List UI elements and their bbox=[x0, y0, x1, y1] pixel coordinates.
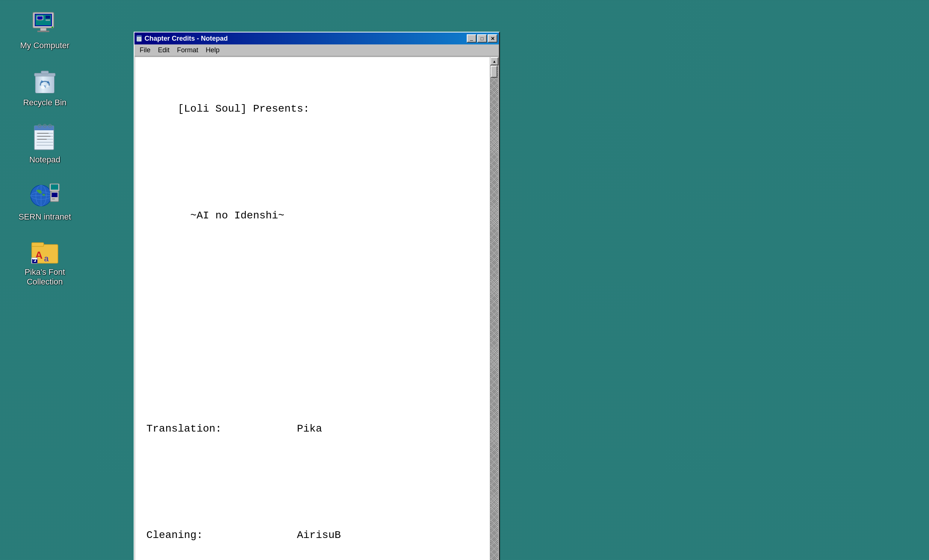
sern-intranet-icon-image bbox=[28, 180, 61, 210]
window-title-text: Chapter Credits - Notepad bbox=[144, 35, 228, 43]
menu-file[interactable]: File bbox=[136, 45, 154, 55]
text-line-9: Cleaning: AirisuB bbox=[146, 526, 479, 544]
recycle-bin-icon[interactable]: Recycle Bin bbox=[9, 63, 80, 110]
desktop-icons: My Computer bbox=[8, 8, 82, 290]
text-line-7: Translation: Pika bbox=[146, 420, 479, 438]
notepad-label: Notepad bbox=[29, 155, 60, 165]
pikas-font-label: Pika's Font Collection bbox=[25, 267, 65, 287]
svg-rect-3 bbox=[37, 31, 49, 32]
text-line-4 bbox=[146, 260, 479, 278]
text-line-5 bbox=[146, 313, 479, 331]
recycle-bin-icon-image bbox=[30, 66, 60, 96]
scroll-thumb[interactable] bbox=[491, 66, 497, 78]
scroll-track bbox=[490, 65, 498, 560]
svg-rect-12 bbox=[35, 75, 54, 93]
desktop: My Computer bbox=[0, 0, 929, 560]
svg-rect-8 bbox=[37, 17, 43, 20]
svg-point-10 bbox=[52, 26, 53, 28]
svg-rect-52 bbox=[136, 35, 141, 37]
svg-rect-7 bbox=[46, 20, 50, 21]
my-computer-label: My Computer bbox=[20, 41, 69, 50]
notepad-window: Chapter Credits - Notepad _ □ ✕ File Edi… bbox=[134, 32, 500, 560]
minimize-button[interactable]: _ bbox=[467, 34, 477, 43]
svg-rect-39 bbox=[52, 199, 55, 199]
svg-point-15 bbox=[41, 86, 45, 89]
svg-rect-41 bbox=[51, 184, 58, 190]
notepad-text-area[interactable]: [Loli Soul] Presents: ~AI no Idenshi~ Tr… bbox=[135, 57, 490, 560]
window-content-area: [Loli Soul] Presents: ~AI no Idenshi~ Tr… bbox=[135, 57, 498, 560]
maximize-button[interactable]: □ bbox=[477, 34, 487, 43]
sern-intranet-label: SERN intranet bbox=[19, 212, 71, 222]
svg-rect-6 bbox=[46, 16, 50, 19]
scroll-up-button[interactable]: ▲ bbox=[490, 57, 498, 65]
text-line-3: ~AI no Idenshi~ bbox=[146, 207, 479, 225]
svg-point-16 bbox=[45, 85, 49, 87]
vertical-scrollbar: ▲ ▼ bbox=[490, 57, 498, 560]
svg-text:a: a bbox=[44, 254, 49, 263]
my-computer-icon-image bbox=[30, 11, 60, 38]
scroll-up-icon: ▲ bbox=[492, 60, 496, 63]
svg-rect-19 bbox=[34, 128, 54, 130]
window-menubar: File Edit Format Help bbox=[135, 44, 499, 57]
text-line-6 bbox=[146, 367, 479, 384]
menu-help[interactable]: Help bbox=[202, 45, 223, 55]
notepad-icon[interactable]: Notepad bbox=[9, 120, 80, 168]
text-line-1: [Loli Soul] Presents: bbox=[146, 100, 479, 118]
svg-rect-9 bbox=[38, 20, 41, 20]
maximize-icon: □ bbox=[481, 36, 484, 41]
menu-edit[interactable]: Edit bbox=[154, 45, 173, 55]
svg-rect-37 bbox=[52, 193, 58, 197]
minimize-icon: _ bbox=[470, 35, 473, 40]
recycle-bin-label: Recycle Bin bbox=[23, 98, 66, 107]
text-line-8 bbox=[146, 473, 479, 491]
titlebar-left: Chapter Credits - Notepad bbox=[136, 35, 228, 43]
svg-rect-44 bbox=[32, 243, 44, 246]
titlebar-icon bbox=[136, 35, 143, 42]
notepad-icon-image bbox=[30, 123, 60, 153]
close-icon: ✕ bbox=[491, 36, 495, 41]
menu-format[interactable]: Format bbox=[173, 45, 202, 55]
my-computer-icon[interactable]: My Computer bbox=[9, 8, 80, 54]
pikas-font-icon[interactable]: A a Pika's Font Collection bbox=[9, 234, 80, 290]
window-controls: _ □ ✕ bbox=[467, 34, 497, 43]
svg-rect-14 bbox=[41, 71, 49, 74]
svg-rect-2 bbox=[40, 28, 46, 31]
close-button[interactable]: ✕ bbox=[487, 34, 497, 43]
pikas-font-icon-image: A a bbox=[30, 237, 60, 265]
text-line-2 bbox=[146, 153, 479, 171]
window-titlebar: Chapter Credits - Notepad _ □ ✕ bbox=[135, 32, 499, 44]
sern-intranet-icon[interactable]: SERN intranet bbox=[9, 177, 80, 225]
